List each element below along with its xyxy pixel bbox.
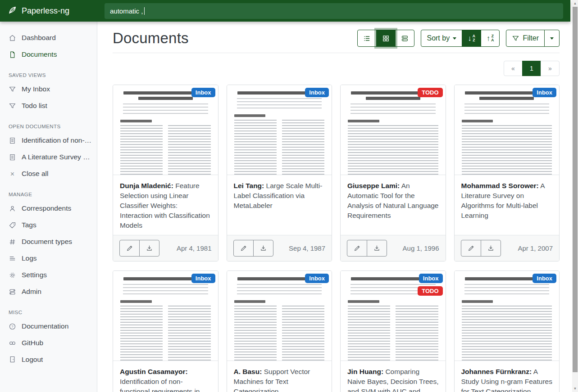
- pencil-icon: [126, 244, 133, 252]
- edit-document-button[interactable]: [347, 240, 367, 257]
- sidebar: Dashboard Documents SAVED VIEWS My Inbox…: [0, 22, 97, 392]
- sort-ascending-button[interactable]: ↑ ZA: [481, 30, 500, 47]
- close-icon: ×: [9, 169, 16, 179]
- sidebar-item-label: My Inbox: [22, 85, 50, 94]
- sidebar-item-github[interactable]: GitHub: [0, 335, 97, 351]
- scrollbar-thumb[interactable]: [573, 7, 578, 372]
- sidebar-item-dashboard[interactable]: Dashboard: [0, 30, 97, 46]
- sidebar-item-label: GitHub: [22, 338, 43, 348]
- document-toolbar: Sort by ↓ AZ ↑ ZA: [357, 30, 560, 47]
- sidebar-item-close-all[interactable]: × Close all: [0, 166, 97, 183]
- document-title-link[interactable]: Jin Huang: Comparing Naive Bayes, Decisi…: [341, 361, 446, 392]
- sidebar-item-logs[interactable]: Logs: [0, 250, 97, 267]
- sort-by-button[interactable]: Sort by: [421, 30, 462, 47]
- house-icon: [9, 34, 16, 42]
- sidebar-item-label: A Literature Survey on ...: [22, 153, 93, 162]
- grid-view-button[interactable]: [376, 30, 396, 47]
- document-grid: Inbox Dunja Mladenić: Feature Selection …: [113, 85, 560, 392]
- tag-badge-inbox[interactable]: Inbox: [305, 88, 329, 97]
- link-icon: [9, 339, 16, 347]
- sidebar-item-document-types[interactable]: Document types: [0, 234, 97, 250]
- pagination-prev-button[interactable]: «: [504, 61, 523, 76]
- funnel-icon: [9, 86, 16, 93]
- scrollbar-up-arrow-icon[interactable]: ▲: [572, 0, 578, 7]
- document-title-link[interactable]: Mohammad S Sorower: A Literature Survey …: [455, 175, 560, 235]
- search-input[interactable]: automatic ,: [105, 3, 563, 19]
- sidebar-section-misc: MISC: [0, 300, 97, 318]
- edit-document-button[interactable]: [233, 240, 254, 257]
- edit-document-button[interactable]: [119, 240, 140, 257]
- download-document-button[interactable]: [481, 240, 501, 257]
- card-footer: Sep 4, 1987: [227, 235, 332, 261]
- document-correspondent: Agustin Casamayor:: [120, 368, 188, 375]
- document-thumbnail[interactable]: [455, 271, 560, 361]
- edit-document-button[interactable]: [461, 240, 481, 257]
- document-title-link[interactable]: Dunja Mladenić: Feature Selection using …: [113, 175, 218, 235]
- document-card: Inbox A. Basu: Support Vector Machines f…: [227, 270, 332, 392]
- sort-group: Sort by ↓ AZ ↑ ZA: [421, 30, 500, 47]
- sidebar-item-tags[interactable]: Tags: [0, 217, 97, 234]
- document-thumbnail[interactable]: [341, 85, 446, 175]
- sidebar-item-label: Todo list: [22, 101, 47, 111]
- document-thumbnail[interactable]: [227, 271, 332, 361]
- sidebar-item-open-doc-2[interactable]: A Literature Survey on ...: [0, 149, 97, 166]
- tag-badge-inbox[interactable]: Inbox: [305, 274, 329, 283]
- list-view-button[interactable]: [357, 30, 377, 47]
- document-title-link[interactable]: Lei Tang: Large Scale Multi-Label Classi…: [227, 175, 332, 235]
- download-document-button[interactable]: [367, 240, 387, 257]
- document-title-link[interactable]: Johannes Fürnkranz: A Study Using n-gram…: [455, 361, 560, 392]
- filter-group: Filter: [506, 30, 560, 47]
- sidebar-section-manage: MANAGE: [0, 182, 97, 200]
- scrollbar-down-arrow-icon[interactable]: ▼: [572, 385, 578, 392]
- document-date: Aug 1, 1996: [403, 244, 439, 252]
- detail-view-button[interactable]: [395, 30, 414, 47]
- download-icon: [259, 244, 267, 252]
- document-thumbnail[interactable]: [113, 271, 218, 361]
- filter-button[interactable]: Filter: [506, 30, 545, 47]
- sort-by-label: Sort by: [427, 34, 450, 42]
- sidebar-item-admin[interactable]: Admin: [0, 284, 97, 300]
- sidebar-section-saved-views: SAVED VIEWS: [0, 63, 97, 81]
- file-icon: [9, 51, 16, 59]
- document-thumbnail[interactable]: [227, 85, 332, 175]
- document-card: Inbox Dunja Mladenić: Feature Selection …: [113, 85, 218, 261]
- tag-badge-inbox[interactable]: Inbox: [191, 274, 215, 283]
- sidebar-item-my-inbox[interactable]: My Inbox: [0, 81, 97, 98]
- tag-badge-inbox[interactable]: Inbox: [419, 274, 443, 283]
- sidebar-section-open-documents: OPEN DOCUMENTS: [0, 114, 97, 132]
- tag-badge-todo[interactable]: TODO: [418, 88, 442, 97]
- sort-ascending-icon: ↑ ZA: [487, 34, 494, 42]
- sidebar-item-documentation[interactable]: Documentation: [0, 318, 97, 335]
- document-thumbnail[interactable]: [455, 85, 560, 175]
- filter-dropdown-button[interactable]: [544, 30, 560, 47]
- document-title-link[interactable]: Agustin Casamayor: Identification of non…: [113, 361, 218, 392]
- sidebar-item-logout[interactable]: Logout: [0, 351, 97, 368]
- tag-badge-inbox[interactable]: Inbox: [532, 274, 556, 283]
- sidebar-item-label: Dashboard: [22, 33, 56, 43]
- sidebar-item-settings[interactable]: Settings: [0, 267, 97, 284]
- sidebar-item-open-doc-1[interactable]: Identification of non-fu...: [0, 132, 97, 149]
- document-thumbnail[interactable]: [113, 85, 218, 175]
- sidebar-item-label: Correspondents: [22, 204, 71, 213]
- sort-descending-button[interactable]: ↓ AZ: [462, 30, 481, 47]
- document-title-link[interactable]: Giuseppe Lami: An Automatic Tool for the…: [341, 175, 446, 235]
- pagination-page-1-button[interactable]: 1: [522, 61, 541, 76]
- chevron-down-icon: [453, 37, 456, 40]
- tag-badge-todo[interactable]: TODO: [418, 286, 442, 296]
- pencil-icon: [353, 244, 361, 252]
- tag-badge-inbox[interactable]: Inbox: [191, 88, 215, 97]
- sidebar-item-label: Document types: [22, 237, 72, 247]
- sidebar-item-todo-list[interactable]: Todo list: [0, 98, 97, 114]
- download-icon: [373, 244, 381, 252]
- document-card: TODO Giuseppe Lami: An Automatic Tool fo…: [340, 85, 446, 261]
- app-brand[interactable]: Paperless-ng: [0, 0, 97, 22]
- pagination-next-button[interactable]: »: [541, 61, 560, 76]
- download-document-button[interactable]: [253, 240, 273, 257]
- document-title-link[interactable]: A. Basu: Support Vector Machines for Tex…: [227, 361, 332, 392]
- download-document-button[interactable]: [139, 240, 159, 257]
- tag-badge-inbox[interactable]: Inbox: [532, 88, 556, 97]
- vertical-scrollbar[interactable]: ▲ ▼: [570, 0, 578, 392]
- sidebar-item-correspondents[interactable]: Correspondents: [0, 200, 97, 217]
- document-correspondent: Jin Huang:: [347, 368, 383, 375]
- sidebar-item-documents[interactable]: Documents: [0, 46, 97, 63]
